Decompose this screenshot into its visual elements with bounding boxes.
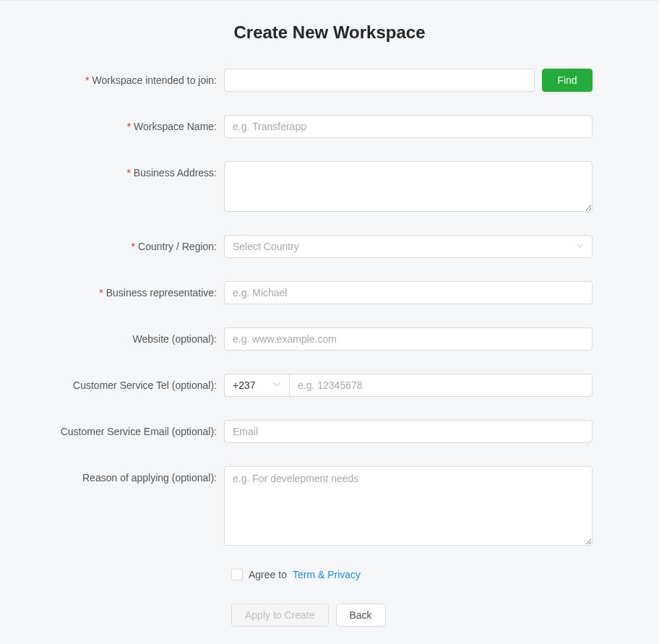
country-label: Country / Region:: [43, 235, 224, 258]
workspace-join-input[interactable]: [224, 69, 535, 92]
representative-input[interactable]: [224, 281, 593, 304]
email-label: Customer Service Email (optional):: [43, 420, 224, 443]
workspace-name-label: Workspace Name:: [43, 115, 224, 138]
business-address-input[interactable]: [224, 161, 593, 212]
website-input[interactable]: [224, 327, 593, 351]
workspace-name-input[interactable]: [224, 115, 593, 138]
tel-input[interactable]: [289, 374, 593, 397]
workspace-join-label: Workspace intended to join:: [43, 69, 224, 92]
email-input[interactable]: [224, 420, 593, 443]
tel-prefix-select[interactable]: +237: [224, 374, 289, 397]
apply-button[interactable]: Apply to Create: [231, 604, 329, 627]
terms-link[interactable]: Term & Privacy: [293, 569, 361, 580]
find-button[interactable]: Find: [542, 69, 593, 92]
reason-input[interactable]: [224, 466, 593, 546]
back-button[interactable]: Back: [336, 604, 386, 627]
country-select[interactable]: Select Country: [224, 235, 593, 258]
business-address-label: Business Address:: [43, 161, 224, 184]
agree-text: Agree to: [249, 569, 287, 580]
representative-label: Business representative:: [43, 281, 224, 304]
page-title: Create New Workspace: [43, 22, 616, 43]
website-label: Website (optional):: [43, 327, 224, 351]
reason-label: Reason of applying (optional):: [43, 466, 224, 489]
agree-checkbox[interactable]: [231, 569, 243, 580]
tel-label: Customer Service Tel (optional):: [43, 374, 224, 397]
